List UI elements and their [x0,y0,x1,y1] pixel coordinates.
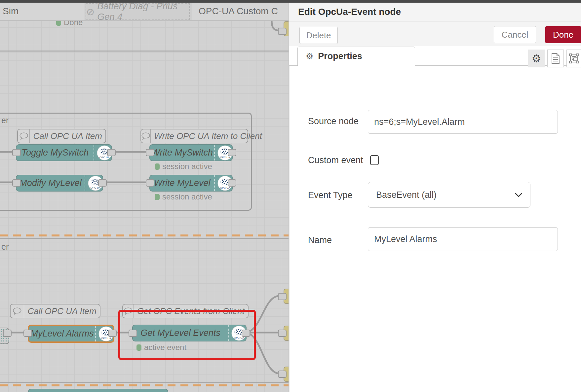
port-in[interactable] [278,293,287,300]
edit-panel-toolbar: Delete Cancel Done [289,21,581,46]
port-out[interactable] [107,149,116,156]
workspace-tab-opcua-custom[interactable]: OPC-UA Custom C [192,3,296,20]
port-out[interactable] [228,149,236,156]
comment-write-opcua[interactable]: Write OPC UA Item to Client [140,129,248,143]
workspace-tab-battery-diag[interactable]: ⊘ Battery Diag - Prius Gen 4 [86,3,190,20]
node-properties-button[interactable]: ⚙ [528,50,545,67]
port-out[interactable] [228,179,236,187]
event-type-label: Event Type [308,190,353,200]
source-node-label: Source node [308,116,359,126]
source-node-input[interactable] [368,110,558,134]
port-in[interactable] [278,330,287,337]
document-icon [551,53,560,64]
comment-call-opcua-1[interactable]: Call OPC UA Item [17,129,106,143]
speech-bubble-icon [18,129,30,143]
node-status-session-active-2: session active [155,192,212,201]
node-write-myswitch[interactable]: Write MySwitch OPC UA [149,144,233,161]
port-out[interactable] [3,330,12,337]
edit-panel-title: Edit OpcUa-Event node [289,7,401,17]
node-modify-mylevel[interactable]: Modify MyLevel OPC UA [16,175,103,192]
speech-bubble-icon [141,129,151,143]
done-button[interactable]: Done [545,26,581,43]
port-in[interactable] [278,28,287,35]
appearance-icon [569,53,579,63]
node-appearance-button[interactable] [566,50,581,67]
port-out[interactable] [108,330,117,337]
event-type-select[interactable]: BaseEvent (all) [368,182,530,208]
node-mylevel-alarms[interactable]: MyLevel Alarms OPC UA [28,325,114,343]
workspace-tab-sim[interactable]: Sim [0,3,85,20]
custom-event-checkbox[interactable] [370,155,379,165]
workspace-tabbar: Sim ⊘ Battery Diag - Prius Gen 4 OPC-UA … [0,3,289,21]
status-dot [155,163,160,170]
annotation-box-get-events [118,310,256,360]
port-in[interactable] [12,149,21,156]
node-toggle-myswitch[interactable]: Toggle MySwitch OPC UA [16,144,112,161]
status-dot [155,194,160,200]
disabled-flow-icon: ⊘ [86,6,95,18]
node-description-button[interactable] [547,50,564,67]
port-in[interactable] [146,179,154,187]
name-input[interactable] [368,227,558,251]
port-in[interactable] [146,149,154,156]
name-label: Name [308,235,332,245]
delete-button[interactable]: Delete [299,27,338,44]
gear-icon: ⚙ [532,52,541,65]
port-in[interactable] [12,179,21,187]
comment-call-opcua-2[interactable]: Call OPC UA Item [10,304,100,318]
node-partial-bottom[interactable] [28,389,168,392]
chevron-down-icon [514,192,523,197]
custom-event-label: Custom event [308,155,363,165]
cancel-button[interactable]: Cancel [494,26,536,43]
node-write-mylevel[interactable]: Write MyLevel OPC UA [149,175,233,192]
speech-bubble-icon [11,304,24,318]
port-out[interactable] [98,179,107,187]
port-in[interactable] [278,371,287,378]
port-in[interactable] [23,330,32,337]
gear-icon: ⚙ [306,51,313,61]
tab-properties[interactable]: ⚙ Properties [297,47,415,66]
node-status-session-active-1: session active [155,162,212,171]
edit-panel-header: Edit OpcUa-Event node [289,3,581,21]
svg-text:OPC UA: OPC UA [101,337,111,340]
app-header-bar [0,0,581,3]
flow-canvas[interactable]: er er Done Call OPC UA Item [0,3,289,392]
